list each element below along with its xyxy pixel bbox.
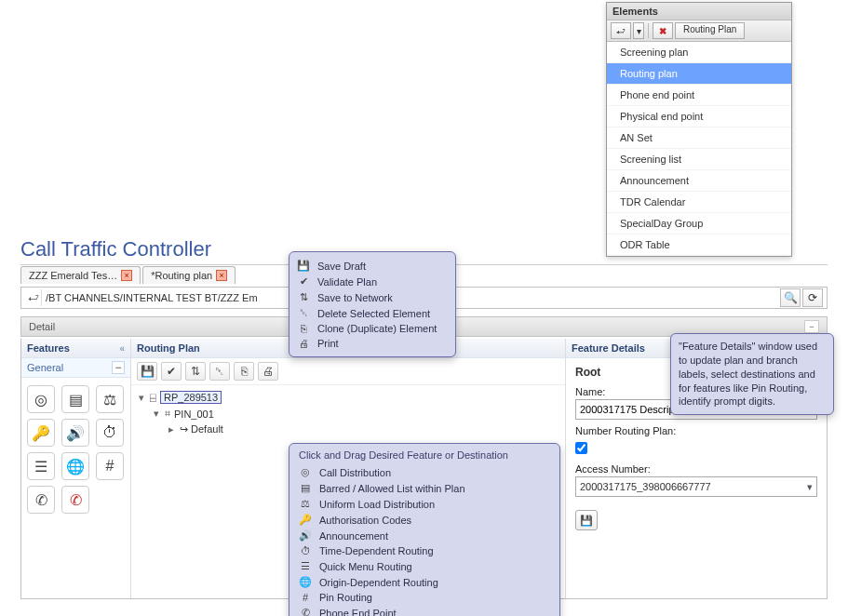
elements-add-button[interactable]: ⮐: [611, 22, 631, 39]
tree-leaf[interactable]: ▸ ↪ Default: [137, 422, 559, 437]
elements-dropdown-icon[interactable]: ▾: [633, 22, 644, 39]
tree-child[interactable]: ▾ ⌗ PIN_001: [137, 406, 559, 422]
tab-label: ZZZ Emerald Tes…: [29, 270, 117, 281]
tip-icon: ⚖: [299, 498, 312, 510]
tree-root-label: RP_289513: [160, 391, 222, 404]
tip-icon: 🔊: [299, 529, 312, 542]
twisty-icon[interactable]: ▾: [152, 408, 161, 420]
elements-header: Elements: [607, 3, 791, 20]
elements-item[interactable]: AN Set: [607, 127, 791, 149]
save-network-button[interactable]: ⇅: [185, 362, 206, 381]
feature-details-tooltip: "Feature Details" window used to update …: [670, 333, 834, 415]
twisty-icon[interactable]: ▾: [137, 392, 146, 404]
elements-item[interactable]: Screening plan: [607, 42, 791, 63]
tip-label: Print: [317, 338, 339, 349]
tree-root[interactable]: ▾ ⌸ RP_289513: [137, 389, 559, 406]
elements-item[interactable]: ODR Table: [607, 234, 791, 256]
elements-item[interactable]: Routing plan: [607, 63, 791, 85]
tip-label: Quick Menu Routing: [319, 561, 412, 572]
tooltip-row: ◎Call Distribution: [299, 464, 550, 480]
pin-routing-icon[interactable]: #: [96, 452, 124, 480]
validate-plan-button[interactable]: ✔: [161, 362, 182, 381]
tip-icon: #: [299, 592, 312, 603]
tooltip-row: ⇅Save to Network: [297, 289, 448, 305]
release-endpoint-icon[interactable]: ✆: [61, 486, 89, 514]
elements-type-button[interactable]: Routing Plan: [675, 22, 745, 39]
print-button[interactable]: 🖨: [258, 362, 278, 381]
access-number-combo[interactable]: 2000317175_398006667777 ▾: [575, 476, 817, 497]
routing-plan-title: Routing Plan: [137, 342, 200, 354]
elements-item[interactable]: SpecialDay Group: [607, 213, 791, 234]
close-icon[interactable]: ×: [121, 270, 132, 281]
elements-item[interactable]: Screening list: [607, 149, 791, 170]
origin-routing-icon[interactable]: 🌐: [61, 452, 89, 480]
quick-menu-icon[interactable]: ☰: [27, 452, 55, 480]
tip-label: Announcement: [319, 530, 388, 542]
tip-icon: ⎘: [297, 323, 310, 334]
features-panel: Features « General − ◎ ▤ ⚖ 🔑 🔊 ⏱ ☰ 🌐 # ✆…: [21, 339, 131, 598]
tooltip-row: ⚖Uniform Load Distribution: [299, 496, 550, 512]
tip-icon: ✆: [299, 607, 312, 616]
routing-plan-tree[interactable]: ▾ ⌸ RP_289513 ▾ ⌗ PIN_001 ▸ ↪ Default: [131, 385, 565, 441]
tab-routing-plan[interactable]: *Routing plan ×: [142, 266, 236, 284]
breadcrumb-icon[interactable]: ⮐: [25, 289, 42, 306]
tip-label: Uniform Load Distribution: [319, 499, 435, 510]
tab-label: *Routing plan: [151, 270, 212, 281]
tip-label: Pin Routing: [319, 592, 372, 603]
barred-list-icon[interactable]: ▤: [61, 385, 89, 413]
nrp-label: Number Routing Plan:: [575, 425, 817, 436]
chevron-left-icon[interactable]: «: [119, 343, 125, 354]
features-header: Features «: [21, 339, 130, 358]
tip-label: Call Distribution: [319, 467, 391, 478]
tooltip-row: ␡Delete Selected Element: [297, 305, 448, 321]
nrp-checkbox[interactable]: [575, 442, 587, 454]
elements-item[interactable]: TDR Calendar: [607, 192, 791, 213]
phone-endpoint-icon[interactable]: ✆: [27, 486, 55, 514]
elements-item[interactable]: Announcement: [607, 170, 791, 192]
tooltip-row: ☰Quick Menu Routing: [299, 558, 550, 574]
tooltip-row: 🌐Origin-Dependent Routing: [299, 574, 550, 590]
separator: [648, 23, 649, 38]
call-distribution-icon[interactable]: ◎: [27, 385, 55, 413]
tip-label: Time-Dependent Routing: [319, 545, 434, 556]
collapse-icon[interactable]: −: [112, 361, 125, 374]
twisty-icon[interactable]: ▸: [167, 423, 176, 435]
collapse-icon[interactable]: −: [804, 320, 819, 333]
tab-emerald[interactable]: ZZZ Emerald Tes… ×: [20, 266, 141, 284]
tooltip-row: 🔊Announcement: [299, 528, 550, 543]
search-icon[interactable]: 🔍: [780, 288, 801, 307]
elements-item[interactable]: Physical end point: [607, 106, 791, 127]
tip-icon: ␡: [297, 307, 310, 319]
tip-icon: 🌐: [299, 576, 312, 588]
chevron-down-icon: ▾: [807, 481, 813, 493]
delete-element-button[interactable]: ␡: [209, 362, 230, 381]
announcement-icon[interactable]: 🔊: [61, 419, 89, 447]
tooltip-row: 💾Save Draft: [297, 258, 448, 274]
tip-label: Save Draft: [317, 261, 366, 272]
tip-icon: ⇅: [297, 291, 310, 303]
save-draft-button[interactable]: 💾: [137, 362, 157, 381]
close-icon[interactable]: ×: [216, 270, 227, 281]
time-routing-icon[interactable]: ⏱: [96, 419, 124, 447]
clone-element-button[interactable]: ⎘: [234, 362, 254, 381]
tooltip-row: ▤Barred / Allowed List within Plan: [299, 480, 550, 496]
features-group-header[interactable]: General −: [21, 358, 130, 378]
tip-label: Delete Selected Element: [317, 308, 430, 319]
uniform-load-icon[interactable]: ⚖: [96, 385, 124, 413]
tip-label: Clone (Duplicate) Element: [317, 323, 437, 334]
elements-list: Screening planRouting planPhone end poin…: [607, 42, 791, 256]
tip-icon: ▤: [299, 482, 312, 494]
toolbar-tooltip: 💾Save Draft✔Validate Plan⇅Save to Networ…: [289, 251, 456, 357]
auth-codes-icon[interactable]: 🔑: [27, 419, 55, 447]
features-tip-header: Click and Drag Desired Feature or Destin…: [299, 449, 550, 461]
tip-label: Save to Network: [317, 292, 393, 303]
save-button[interactable]: 💾: [575, 510, 598, 530]
elements-delete-button[interactable]: ✖: [653, 22, 673, 39]
tip-label: Validate Plan: [317, 276, 377, 288]
refresh-icon[interactable]: ⟳: [802, 288, 823, 307]
feature-palette: ◎ ▤ ⚖ 🔑 🔊 ⏱ ☰ 🌐 # ✆ ✆: [21, 378, 130, 521]
access-label: Access Number:: [575, 463, 817, 475]
tip-label: Barred / Allowed List within Plan: [319, 483, 465, 494]
page-title: Call Traffic Controller: [20, 237, 211, 261]
elements-item[interactable]: Phone end point: [607, 85, 791, 106]
